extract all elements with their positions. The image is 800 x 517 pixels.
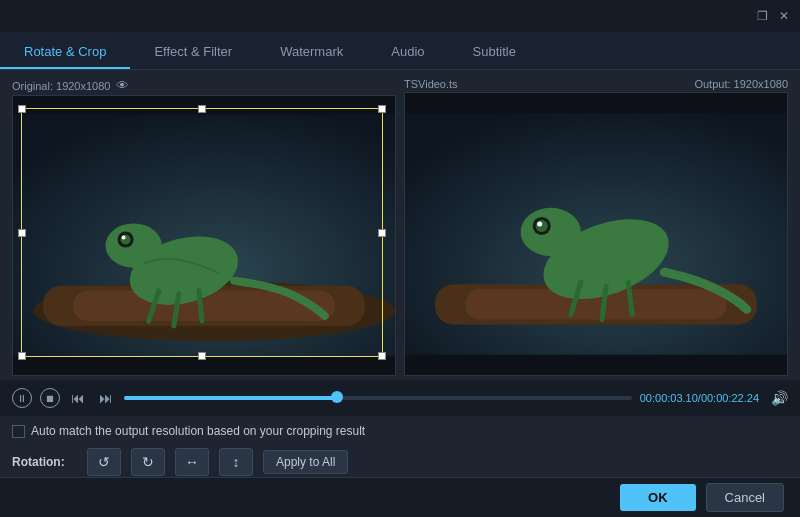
progress-bar[interactable]: [124, 396, 632, 400]
main-content: Original: 1920x1080 👁: [0, 70, 800, 380]
file-label: TSVideo.ts: [404, 78, 458, 90]
left-video-panel: Original: 1920x1080 👁: [12, 78, 396, 376]
footer: OK Cancel: [0, 477, 800, 517]
output-video-content: [405, 93, 787, 375]
tab-audio[interactable]: Audio: [367, 36, 448, 69]
close-button[interactable]: ✕: [776, 8, 792, 24]
flip-v-button[interactable]: ↕: [219, 448, 253, 476]
rotation-row: Rotation: ↺ ↻ ↔ ↕ Apply to All: [12, 448, 788, 476]
pause-button[interactable]: ⏸: [12, 388, 32, 408]
tab-bar: Rotate & Crop Effect & Filter Watermark …: [0, 32, 800, 70]
rotation-label: Rotation:: [12, 455, 77, 469]
original-video-frame: [12, 95, 396, 376]
svg-point-16: [537, 221, 542, 226]
ok-button[interactable]: OK: [620, 484, 696, 511]
volume-icon[interactable]: 🔊: [771, 390, 788, 406]
stop-button[interactable]: ⏹: [40, 388, 60, 408]
tab-subtitle[interactable]: Subtitle: [449, 36, 540, 69]
tab-rotate-crop[interactable]: Rotate & Crop: [0, 36, 130, 69]
rotate-ccw-button[interactable]: ↺: [87, 448, 121, 476]
svg-point-7: [121, 234, 131, 244]
original-video-content: [13, 96, 395, 375]
prev-button[interactable]: ⏮: [68, 388, 88, 408]
restore-button[interactable]: ❐: [754, 8, 770, 24]
auto-match-label: Auto match the output resolution based o…: [31, 424, 365, 438]
right-video-panel: TSVideo.ts Output: 1920x1080: [404, 78, 788, 376]
cancel-button[interactable]: Cancel: [706, 483, 784, 512]
apply-all-button[interactable]: Apply to All: [263, 450, 348, 474]
flip-h-button[interactable]: ↔: [175, 448, 209, 476]
svg-point-15: [536, 220, 548, 232]
tab-effect-filter[interactable]: Effect & Filter: [130, 36, 256, 69]
output-label: Output: 1920x1080: [694, 78, 788, 90]
auto-match-checkbox[interactable]: [12, 425, 25, 438]
title-bar: ❐ ✕: [0, 0, 800, 32]
tab-watermark[interactable]: Watermark: [256, 36, 367, 69]
svg-point-8: [122, 236, 126, 240]
rotate-cw-button[interactable]: ↻: [131, 448, 165, 476]
playback-bar: ⏸ ⏹ ⏮ ⏭ 00:00:03.10/00:00:22.24 🔊: [0, 380, 800, 416]
original-label: Original: 1920x1080 👁: [12, 78, 396, 93]
output-labels: TSVideo.ts Output: 1920x1080: [404, 78, 788, 90]
output-video-frame: [404, 92, 788, 376]
eye-icon[interactable]: 👁: [116, 78, 129, 93]
next-button[interactable]: ⏭: [96, 388, 116, 408]
progress-thumb: [331, 391, 343, 403]
progress-fill: [124, 396, 337, 400]
time-display: 00:00:03.10/00:00:22.24: [640, 392, 759, 404]
svg-point-13: [521, 208, 581, 256]
auto-match-row: Auto match the output resolution based o…: [12, 424, 788, 438]
